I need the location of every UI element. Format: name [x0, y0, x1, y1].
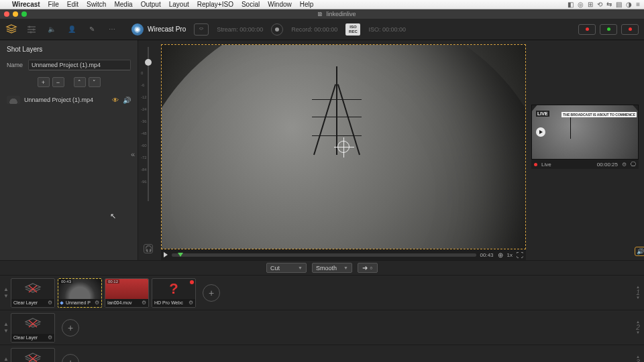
document-icon: 🗎: [317, 11, 323, 17]
tray-icon[interactable]: ⊞: [588, 1, 593, 8]
wifi-icon[interactable]: ⌔: [194, 23, 209, 36]
timecode: 00:43: [480, 252, 494, 258]
menubar-right-icons: ◧ ◎ ⊞ ⟲ ⇆ ▤ ◑ ≡: [568, 1, 640, 8]
add-shot-button[interactable]: +: [62, 319, 79, 337]
layer-handle[interactable]: ▲▼: [4, 356, 8, 362]
fader-knob[interactable]: [145, 59, 152, 66]
shot-gear-icon[interactable]: ⚙: [189, 300, 193, 306]
person-icon[interactable]: 👤: [66, 23, 78, 36]
headphones-icon[interactable]: 🎧: [144, 244, 153, 253]
speaker-icon[interactable]: 🔊: [123, 97, 131, 104]
menu-output[interactable]: Output: [141, 1, 161, 8]
timeline-track[interactable]: [172, 253, 476, 257]
tray-icon[interactable]: ◧: [568, 1, 574, 8]
shot-gear-icon[interactable]: ⚙: [48, 300, 52, 306]
tray-icon[interactable]: ≡: [636, 1, 640, 8]
svg-point-2: [30, 31, 32, 33]
speed-label[interactable]: 1x: [507, 252, 513, 258]
tray-icon[interactable]: ◎: [578, 1, 584, 8]
name-input[interactable]: Unnamed Project (1).mp4: [28, 60, 131, 70]
more-icon[interactable]: ⋯: [106, 23, 118, 36]
tray-icon[interactable]: ◑: [626, 1, 632, 8]
add-shot-button[interactable]: +: [203, 284, 220, 302]
shot-gear-icon[interactable]: ⚙: [142, 300, 146, 306]
live-time: 00:00:25: [597, 162, 618, 168]
zoom-icon[interactable]: ⊕: [498, 251, 503, 259]
shot-thumb[interactable]: Clear Layer⚙: [11, 278, 55, 308]
app-menu[interactable]: Wirecast: [12, 1, 40, 8]
visibility-icon[interactable]: 👁: [112, 97, 119, 104]
move-up-button[interactable]: ˄: [74, 77, 86, 87]
audio-icon[interactable]: 🔈: [46, 23, 58, 36]
fader-track[interactable]: [148, 47, 149, 201]
settings-icon[interactable]: [25, 23, 38, 36]
menu-help[interactable]: Help: [300, 1, 314, 8]
shot-gear-icon[interactable]: ⚙: [48, 335, 52, 341]
playhead[interactable]: [178, 253, 183, 257]
edit-icon[interactable]: ✎: [86, 23, 98, 36]
status-button-green[interactable]: [600, 24, 617, 35]
menu-social[interactable]: Social: [241, 1, 260, 8]
document-title: linkedinlive: [326, 11, 356, 17]
live-play-icon[interactable]: [536, 127, 545, 137]
live-banner: THE BROADCAST IS ABOUT TO COMMENCE: [561, 112, 637, 117]
layer-row: ▲▼Clear Layer⚙00:43Unnamed P⚙00:12Ian004…: [0, 275, 644, 310]
live-status-bar: Live 00:00:25 ⚙ 🖵: [531, 160, 639, 169]
layer-handle[interactable]: ▲▼: [4, 286, 8, 299]
menu-edit[interactable]: Edit: [67, 1, 78, 8]
play-button[interactable]: [164, 252, 168, 257]
layer-handle[interactable]: ▲▼: [4, 321, 8, 334]
toolbar: 🔈 👤 ✎ ⋯ ◉ Wirecast Pro ⌔ Stream: 00:00:0…: [0, 19, 644, 40]
live-gear-icon[interactable]: ⚙: [622, 162, 627, 168]
cut-select[interactable]: Cut▼: [266, 263, 307, 273]
zoom-window-button[interactable]: [21, 11, 27, 17]
preview-canvas[interactable]: [161, 44, 526, 249]
minimize-window-button[interactable]: [13, 11, 18, 17]
menu-layout[interactable]: Layout: [169, 1, 189, 8]
shot-label: Ian004.mov: [107, 300, 132, 305]
panel-title: Shot Layers: [7, 46, 131, 53]
close-window-button[interactable]: [4, 11, 9, 17]
live-speaker-icon[interactable]: 🔊: [635, 247, 644, 256]
layer-item[interactable]: Unnamed Project (1).mp4 👁 🔊: [7, 94, 131, 106]
tray-icon[interactable]: ⟲: [597, 1, 602, 8]
popout-icon[interactable]: ⛶: [517, 251, 523, 259]
shot-thumb[interactable]: 00:12Ian004.mov⚙: [105, 278, 149, 308]
preview-area: 0-6-12-24-36-48-60-72-84-96 🎧 00:43 ⊕ 1x…: [138, 40, 644, 260]
go-button[interactable]: ➜ ○: [358, 263, 378, 273]
tray-icon[interactable]: ▤: [616, 1, 622, 8]
window-titlebar: 🗎linkedinlive: [0, 9, 644, 19]
shot-thumb[interactable]: ?HD Pro Webc⚙: [152, 278, 196, 308]
collapse-panel-icon[interactable]: «: [131, 150, 135, 158]
meter-scale: 0-6-12-24-36-48-60-72-84-96: [141, 67, 147, 188]
layer-row: ▲▼Clear Layer⚙+▲2▼: [0, 310, 644, 345]
live-status-text: Live: [541, 162, 551, 168]
tray-icon[interactable]: ⇆: [606, 1, 612, 8]
smooth-select[interactable]: Smooth▼: [312, 263, 352, 273]
shot-thumb[interactable]: 00:43Unnamed P⚙: [58, 278, 102, 308]
add-layer-button[interactable]: +: [38, 77, 50, 87]
menu-file[interactable]: File: [48, 1, 59, 8]
record-button[interactable]: [271, 23, 283, 36]
menu-window[interactable]: Window: [268, 1, 292, 8]
add-shot-button[interactable]: +: [62, 354, 79, 363]
move-down-button[interactable]: ˅: [89, 77, 101, 87]
live-monitor-icon[interactable]: 🖵: [631, 162, 636, 168]
shot-gear-icon[interactable]: ⚙: [95, 300, 99, 306]
focus-crosshair-icon[interactable]: [337, 141, 350, 153]
menu-media[interactable]: Media: [114, 1, 132, 8]
menu-switch[interactable]: Switch: [87, 1, 106, 8]
traffic-lights[interactable]: [4, 11, 27, 17]
timeline-controls: 00:43 ⊕ 1x ⛶: [161, 249, 526, 260]
shot-label: Unnamed P: [66, 300, 91, 305]
live-output-preview[interactable]: LIVE THE BROADCAST IS ABOUT TO COMMENCE: [531, 105, 639, 160]
menu-replay-iso[interactable]: Replay+ISO: [197, 1, 233, 8]
remove-layer-button[interactable]: −: [52, 77, 64, 87]
shot-thumb[interactable]: Clear Layer⚙: [11, 348, 55, 363]
stream-label: Stream: 00:00:00: [217, 26, 263, 33]
layers-panel-icon[interactable]: [5, 23, 17, 36]
iso-rec-button[interactable]: ISOREC: [345, 23, 360, 36]
shot-thumb[interactable]: Clear Layer⚙: [11, 313, 55, 343]
status-button-red[interactable]: [578, 24, 596, 35]
status-button-red2[interactable]: [621, 24, 639, 35]
